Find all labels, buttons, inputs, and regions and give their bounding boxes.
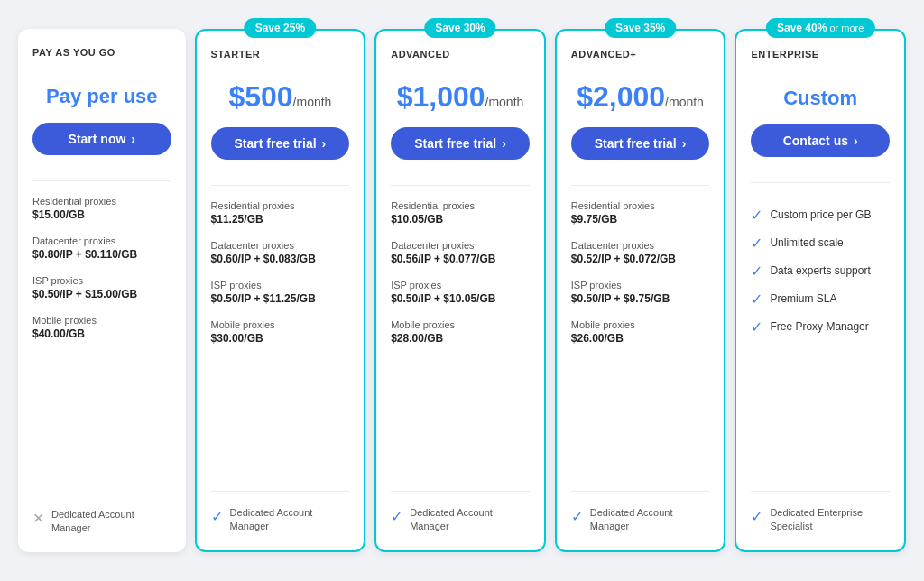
cta-button-advanced[interactable]: Start free trial › <box>391 127 530 160</box>
enterprise-feature-label-2: Data experts support <box>770 264 870 277</box>
feature-value-advanced-2: $0.50/IP + $10.05/GB <box>391 292 530 305</box>
feature-group-advanced-plus-2: ISP proxies $0.50/IP + $9.75/GB <box>571 280 710 305</box>
save-badge-enterprise: Save 40% or more <box>766 18 874 38</box>
feature-value-starter-2: $0.50/IP + $11.25/GB <box>211 292 350 305</box>
plan-price-advanced: $1,000/month <box>391 81 530 113</box>
feature-group-starter-2: ISP proxies $0.50/IP + $11.25/GB <box>211 280 350 305</box>
feature-group-starter-1: Datacenter proxies $0.60/IP + $0.083/GB <box>211 240 350 265</box>
feature-title-advanced-3: Mobile proxies <box>391 319 530 330</box>
check-icon-2: ✓ <box>751 263 762 280</box>
divider-paygo <box>32 180 171 181</box>
plan-card-starter: Save 25% STARTER $500/month Start free t… <box>195 29 366 552</box>
feature-title-advanced-plus-0: Residential proxies <box>571 200 710 211</box>
feature-title-starter-1: Datacenter proxies <box>211 240 350 251</box>
footer-feature-paygo: ✕ Dedicated Account Manager <box>32 493 171 534</box>
footer-label-enterprise: Dedicated Enterprise Specialist <box>770 506 890 532</box>
feature-title-advanced-plus-3: Mobile proxies <box>571 319 710 330</box>
check-icon-footer-advanced: ✓ <box>391 508 402 525</box>
check-icon-0: ✓ <box>751 207 762 224</box>
cta-label-paygo: Start now <box>69 132 126 146</box>
cta-arrow-advanced-plus: › <box>682 136 687 151</box>
feature-title-paygo-0: Residential proxies <box>32 196 171 207</box>
feature-title-advanced-plus-1: Datacenter proxies <box>571 240 710 251</box>
feature-title-paygo-1: Datacenter proxies <box>32 235 171 246</box>
divider-advanced <box>391 185 530 186</box>
feature-group-advanced-1: Datacenter proxies $0.56/IP + $0.077/GB <box>391 240 530 265</box>
footer-feature-enterprise: ✓ Dedicated Enterprise Specialist <box>751 491 890 532</box>
plan-name-starter: STARTER <box>211 49 350 60</box>
plan-name-advanced-plus: ADVANCED+ <box>571 49 710 60</box>
footer-label-advanced: Dedicated Account Manager <box>410 506 530 532</box>
footer-feature-starter: ✓ Dedicated Account Manager <box>211 491 350 532</box>
enterprise-feature-label-4: Free Proxy Manager <box>770 320 868 333</box>
footer-feature-advanced-plus: ✓ Dedicated Account Manager <box>571 491 710 532</box>
feature-group-paygo-1: Datacenter proxies $0.80/IP + $0.110/GB <box>32 235 171 261</box>
feature-group-advanced-plus-0: Residential proxies $9.75/GB <box>571 200 710 226</box>
enterprise-feature-2: ✓ Data experts support <box>751 261 890 280</box>
feature-value-paygo-2: $0.50/IP + $15.00/GB <box>32 288 171 300</box>
enterprise-feature-label-0: Custom price per GB <box>770 208 871 221</box>
check-icon-footer-enterprise: ✓ <box>751 508 762 525</box>
feature-group-advanced-plus-3: Mobile proxies $26.00/GB <box>571 319 710 345</box>
check-icon-footer-advanced-plus: ✓ <box>571 508 583 525</box>
cta-label-advanced: Start free trial <box>414 136 496 151</box>
feature-value-advanced-3: $28.00/GB <box>391 332 530 345</box>
cta-button-advanced-plus[interactable]: Start free trial › <box>571 127 710 160</box>
cta-arrow-advanced: › <box>502 136 506 151</box>
pricing-container: PAY AS YOU GOPay per use Start now › Res… <box>18 29 906 552</box>
feature-group-paygo-2: ISP proxies $0.50/IP + $15.00/GB <box>32 275 171 300</box>
feature-value-starter-1: $0.60/IP + $0.083/GB <box>211 253 350 265</box>
footer-label-paygo: Dedicated Account Manager <box>51 508 171 534</box>
feature-group-starter-3: Mobile proxies $30.00/GB <box>211 319 350 345</box>
enterprise-feature-3: ✓ Premium SLA <box>751 289 890 308</box>
divider-starter <box>211 185 350 186</box>
footer-label-advanced-plus: Dedicated Account Manager <box>590 506 710 532</box>
plan-price-advanced-plus: $2,000/month <box>571 81 710 113</box>
feature-value-paygo-0: $15.00/GB <box>32 208 171 221</box>
feature-value-advanced-plus-0: $9.75/GB <box>571 213 710 226</box>
feature-value-paygo-1: $0.80/IP + $0.110/GB <box>32 248 171 261</box>
cta-arrow-enterprise: › <box>854 134 858 148</box>
save-badge-starter: Save 25% <box>245 18 316 38</box>
check-icon-4: ✓ <box>751 318 762 336</box>
enterprise-feature-0: ✓ Custom price per GB <box>751 205 890 224</box>
feature-title-paygo-2: ISP proxies <box>32 275 171 286</box>
check-icon-3: ✓ <box>751 290 762 308</box>
feature-title-paygo-3: Mobile proxies <box>32 315 171 326</box>
plan-name-paygo: PAY AS YOU GO <box>32 47 171 58</box>
save-badge-advanced: Save 30% <box>424 18 495 38</box>
cta-label-starter: Start free trial <box>235 136 317 151</box>
divider-advanced-plus <box>571 185 710 186</box>
check-icon-1: ✓ <box>751 235 762 252</box>
plan-price-starter: $500/month <box>211 81 350 113</box>
plan-name-enterprise: ENTERPRISE <box>751 49 890 60</box>
feature-value-starter-3: $30.00/GB <box>211 332 350 345</box>
cta-button-enterprise[interactable]: Contact us › <box>751 124 890 157</box>
feature-value-advanced-plus-2: $0.50/IP + $9.75/GB <box>571 292 710 305</box>
cross-icon-footer-paygo: ✕ <box>32 510 44 527</box>
cta-label-enterprise: Contact us <box>783 134 848 148</box>
feature-value-paygo-3: $40.00/GB <box>32 327 171 340</box>
feature-group-paygo-3: Mobile proxies $40.00/GB <box>32 315 171 340</box>
plan-card-enterprise: Save 40% or more ENTERPRISECustom Contac… <box>735 29 906 552</box>
cta-arrow-starter: › <box>322 136 327 151</box>
feature-title-starter-2: ISP proxies <box>211 280 350 290</box>
feature-value-starter-0: $11.25/GB <box>211 213 350 226</box>
cta-button-starter[interactable]: Start free trial › <box>211 127 350 160</box>
feature-title-starter-0: Residential proxies <box>211 200 350 211</box>
cta-button-paygo[interactable]: Start now › <box>32 123 171 155</box>
feature-title-advanced-2: ISP proxies <box>391 280 530 290</box>
check-icon-footer-starter: ✓ <box>211 508 223 525</box>
feature-group-starter-0: Residential proxies $11.25/GB <box>211 200 350 226</box>
feature-group-advanced-3: Mobile proxies $28.00/GB <box>391 319 530 345</box>
enterprise-feature-1: ✓ Unlimited scale <box>751 233 890 252</box>
feature-group-paygo-0: Residential proxies $15.00/GB <box>32 196 171 221</box>
enterprise-features: ✓ Custom price per GB ✓ Unlimited scale … <box>751 205 890 491</box>
feature-group-advanced-plus-1: Datacenter proxies $0.52/IP + $0.072/GB <box>571 240 710 265</box>
feature-value-advanced-plus-1: $0.52/IP + $0.072/GB <box>571 253 710 265</box>
feature-group-advanced-2: ISP proxies $0.50/IP + $10.05/GB <box>391 280 530 305</box>
enterprise-feature-label-1: Unlimited scale <box>770 236 843 249</box>
plan-card-advanced-plus: Save 35% ADVANCED+ $2,000/month Start fr… <box>555 29 726 552</box>
cta-label-advanced-plus: Start free trial <box>595 136 677 151</box>
enterprise-feature-4: ✓ Free Proxy Manager <box>751 317 890 336</box>
